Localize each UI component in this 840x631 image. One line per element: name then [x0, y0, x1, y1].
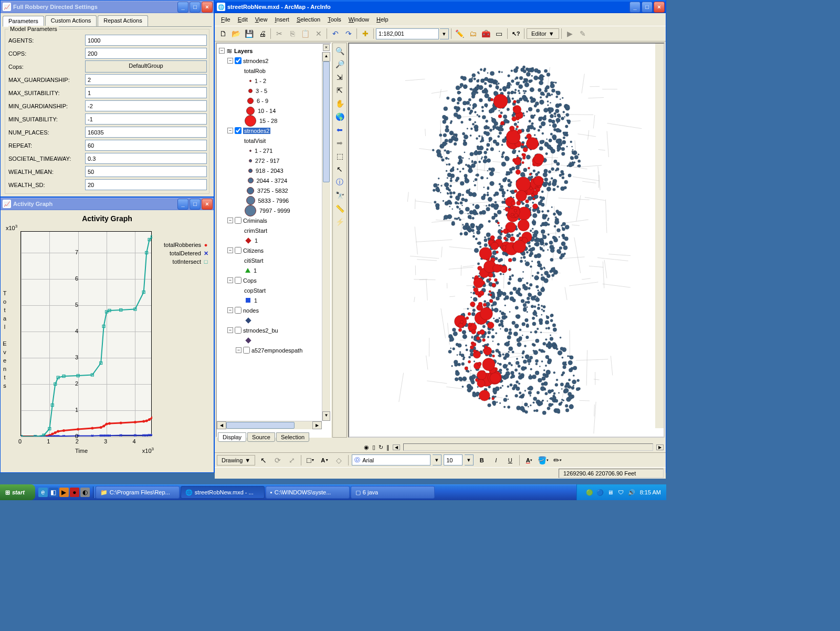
- fill-color-icon[interactable]: 🪣▾: [537, 454, 549, 466]
- forward-icon[interactable]: ➡: [333, 137, 346, 149]
- tab-repast-actions[interactable]: Repast Actions: [98, 15, 148, 26]
- rotate-icon[interactable]: ⟳: [271, 454, 284, 466]
- undo-icon[interactable]: ↶: [329, 28, 341, 39]
- drawing-menu-button[interactable]: Drawing ▼: [217, 455, 255, 466]
- toc-tab-display[interactable]: Display: [218, 432, 246, 442]
- taskbar-button[interactable]: ▪C:\WINDOWS\syste...: [266, 486, 350, 499]
- menu-edit[interactable]: Edit: [235, 15, 251, 24]
- full-extent-icon[interactable]: 🌎: [333, 110, 346, 123]
- editor-menu-button[interactable]: Editor ▼: [527, 28, 559, 39]
- tray-icon[interactable]: 🔊: [627, 488, 636, 496]
- close-button[interactable]: ×: [202, 199, 213, 210]
- param-input[interactable]: [85, 48, 207, 59]
- select-icon[interactable]: ↖: [257, 454, 269, 466]
- arcmap-titlebar[interactable]: 🌐 streetRobNew.mxd - ArcMap - ArcInfo _ …: [215, 1, 666, 13]
- select-features-icon[interactable]: ⬚: [333, 150, 346, 162]
- graph-titlebar[interactable]: 📈 Activity Graph _ □ ×: [1, 198, 214, 210]
- command-line-icon[interactable]: ▭: [493, 28, 505, 39]
- tree-row[interactable]: totalRob: [218, 66, 329, 76]
- start-button[interactable]: ⊞ start: [0, 484, 35, 500]
- minimize-button[interactable]: _: [177, 2, 188, 13]
- cut-icon[interactable]: ✂: [273, 28, 285, 39]
- add-data-icon[interactable]: ✚: [359, 28, 371, 39]
- underline-icon[interactable]: U: [504, 454, 516, 466]
- taskbar-button[interactable]: 🌐streetRobNew.mxd - ...: [181, 486, 265, 499]
- param-input[interactable]: [85, 100, 207, 111]
- toc-vscrollbar[interactable]: [322, 52, 330, 421]
- edit-tool-icon[interactable]: ▶: [564, 28, 576, 39]
- arctoolbox-icon[interactable]: 🧰: [480, 28, 492, 39]
- tree-row[interactable]: 3725 - 5832: [218, 185, 329, 195]
- menu-tools[interactable]: Tools: [324, 15, 344, 24]
- sketch-tool-icon[interactable]: ✎: [577, 28, 589, 39]
- param-input[interactable]: [85, 166, 207, 177]
- tree-row[interactable]: 10 - 14: [218, 106, 329, 116]
- hyperlink-icon[interactable]: ⚡: [333, 215, 346, 228]
- fixed-zoom-in-icon[interactable]: ⇲: [333, 71, 346, 84]
- tab-parameters[interactable]: Parameters: [3, 16, 44, 27]
- zoom-out-icon[interactable]: 🔎: [333, 58, 346, 70]
- tray-icon[interactable]: 🔵: [596, 488, 604, 496]
- tree-row[interactable]: 6 - 9: [218, 96, 329, 106]
- map-view[interactable]: [348, 43, 665, 438]
- refresh-icon[interactable]: ↻: [379, 444, 383, 451]
- copy-icon[interactable]: ⎘: [286, 28, 298, 39]
- tree-row[interactable]: 1: [218, 295, 329, 305]
- tree-row[interactable]: − strnodes2_bu: [218, 325, 329, 335]
- menu-window[interactable]: Window: [345, 15, 372, 24]
- find-icon[interactable]: 🔭: [333, 189, 346, 202]
- tree-row[interactable]: − a527empnodespath: [218, 345, 329, 355]
- tree-row[interactable]: citiStart: [218, 255, 329, 265]
- font-size-dropdown-icon[interactable]: ▾: [465, 454, 474, 466]
- save-icon[interactable]: 💾: [243, 28, 255, 39]
- toc-tree[interactable]: −≋Layers− strnodes2totalRob1 - 23 - 56 -…: [217, 44, 330, 416]
- fixed-zoom-out-icon[interactable]: ⇱: [333, 84, 346, 97]
- editor-toolbar-icon[interactable]: ✏️: [454, 28, 466, 39]
- font-select[interactable]: ⓄArial: [352, 454, 430, 466]
- font-dropdown-icon[interactable]: ▾: [433, 454, 442, 466]
- tree-row[interactable]: 2044 - 3724: [218, 175, 329, 185]
- arccatalog-icon[interactable]: 🗂: [467, 28, 479, 39]
- tree-row[interactable]: 1: [218, 235, 329, 245]
- tree-row[interactable]: 272 - 917: [218, 156, 329, 165]
- tree-row[interactable]: 1: [218, 265, 329, 275]
- param-input[interactable]: [85, 153, 207, 164]
- tree-row[interactable]: 3 - 5: [218, 86, 329, 96]
- tree-row[interactable]: − Criminals: [218, 215, 329, 225]
- close-button[interactable]: ×: [654, 2, 665, 13]
- toc-tab-selection[interactable]: Selection: [276, 432, 309, 442]
- paste-icon[interactable]: 📋: [299, 28, 311, 39]
- hscroll-right-icon[interactable]: ▶: [656, 444, 664, 450]
- scale-dropdown-icon[interactable]: ▾: [440, 28, 449, 39]
- measure-icon[interactable]: 📏: [333, 202, 346, 215]
- print-icon[interactable]: 🖨: [256, 28, 268, 39]
- tab-custom-actions[interactable]: Custom Actions: [45, 15, 97, 26]
- menu-help[interactable]: Help: [373, 15, 392, 24]
- maximize-button[interactable]: □: [642, 2, 653, 13]
- tree-row[interactable]: − nodes: [218, 305, 329, 315]
- italic-icon[interactable]: I: [490, 454, 502, 466]
- settings-titlebar[interactable]: 📈 Full Robbery Directed Settings _ □ ×: [1, 1, 214, 13]
- tree-row[interactable]: −≋Layers: [218, 46, 329, 56]
- data-view-icon[interactable]: ◉: [364, 444, 369, 451]
- tree-row[interactable]: − Citizens: [218, 245, 329, 255]
- toc-hscrollbar[interactable]: [217, 421, 322, 429]
- system-tray[interactable]: 🟢 🔵 🖥 🛡 🔊 8:15 AM: [576, 484, 666, 500]
- media-icon[interactable]: ▶: [59, 488, 69, 497]
- font-size-input[interactable]: [444, 454, 463, 466]
- identify-icon[interactable]: ⓘ: [333, 176, 346, 189]
- taskbar-button[interactable]: 📁C:\Program Files\Rep...: [96, 486, 180, 499]
- tray-icon[interactable]: 🖥: [606, 488, 615, 496]
- toc-tab-source[interactable]: Source: [247, 432, 275, 442]
- tree-row[interactable]: [218, 335, 329, 345]
- app-icon[interactable]: ●: [70, 488, 79, 497]
- maximize-button[interactable]: □: [190, 2, 201, 13]
- param-input[interactable]: [85, 179, 207, 190]
- tree-row[interactable]: 1 - 2: [218, 76, 329, 86]
- close-button[interactable]: ×: [202, 2, 213, 13]
- tree-row[interactable]: 7997 - 9999: [218, 205, 329, 215]
- tree-row[interactable]: [218, 315, 329, 325]
- tray-icon[interactable]: 🛡: [617, 488, 625, 496]
- tree-row[interactable]: totalVisit: [218, 136, 329, 146]
- font-color-icon[interactable]: A▾: [523, 454, 535, 466]
